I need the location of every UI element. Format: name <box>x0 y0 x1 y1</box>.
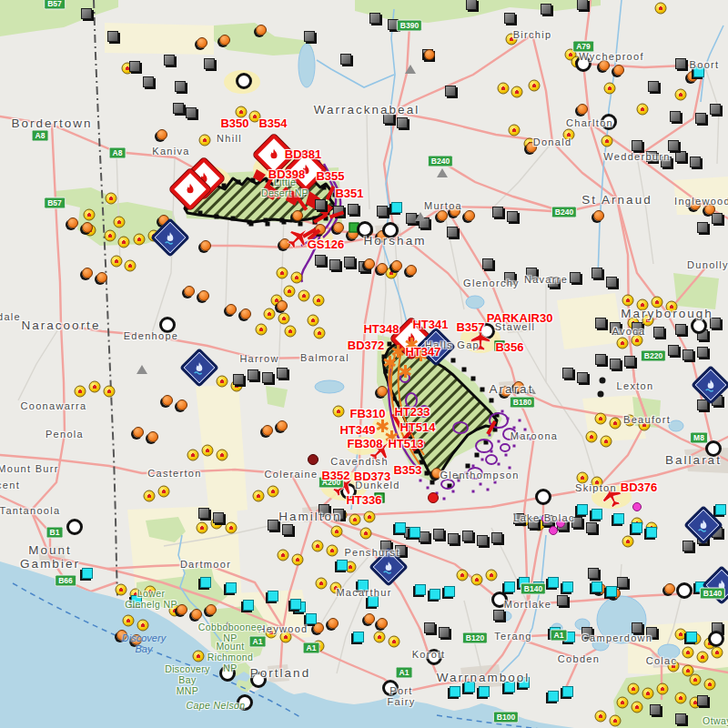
incident-label-BD376[interactable]: BD376 <box>621 480 657 494</box>
road-shield: B120 <box>462 632 488 644</box>
town-label: Cavendish <box>330 456 389 467</box>
road-shield: A1 <box>303 642 320 654</box>
town-label: Glenthompson <box>440 470 519 480</box>
road-shield: B1 <box>46 527 64 539</box>
incident-label-BD373[interactable]: BD373 <box>354 470 390 483</box>
road-shield: B66 <box>55 575 76 587</box>
town-label: Wedderburn <box>603 151 670 162</box>
town-label: Inglewood <box>674 196 728 207</box>
road-shield: B240 <box>428 156 453 167</box>
incident-label-BD381[interactable]: BD381 <box>285 147 321 161</box>
road-shield: A1 <box>249 636 267 648</box>
town-label: Lexton <box>617 380 654 391</box>
town-label: Hamilton <box>278 510 341 523</box>
incident-label-HT347[interactable]: HT347 <box>405 345 440 359</box>
incident-label-B355[interactable]: B355 <box>316 169 344 183</box>
town-label: Murtoa <box>424 200 462 211</box>
town-label: Warracknabeal <box>314 103 420 116</box>
incident-label-HT233[interactable]: HT233 <box>394 405 430 419</box>
town-label: Ballarat <box>665 453 722 467</box>
town-label: cent <box>0 480 20 490</box>
town-label: Dartmoor <box>180 559 231 570</box>
town-label: Macarthur <box>336 587 391 598</box>
town-label: Terang <box>494 631 531 642</box>
town-label: Penshurst <box>344 547 399 558</box>
incident-label-B356[interactable]: B356 <box>495 340 523 354</box>
incident-label-B350[interactable]: B350 <box>220 116 248 130</box>
town-label: Tantanoola <box>0 505 60 516</box>
map-canvas[interactable]: BordertownKanivaNhillWarracknabealBirchi… <box>0 0 728 728</box>
town-label: Glenorchy <box>463 278 520 288</box>
town-label: Balmoral <box>300 352 349 363</box>
town-label: Charlton <box>566 117 613 128</box>
incident-label-B352[interactable]: B352 <box>321 469 349 482</box>
incident-label-FB308[interactable]: FB308 <box>347 437 382 450</box>
road-shield: B180 <box>510 397 535 409</box>
incident-label-HT514[interactable]: HT514 <box>399 420 435 434</box>
town-label: Koroit <box>412 649 446 660</box>
town-label: Horsham <box>364 234 427 248</box>
town-label: Skipton <box>575 482 617 493</box>
park-label: Lower Glenelg NP <box>125 588 177 610</box>
road-shield: B140 <box>700 588 725 600</box>
incident-label-BD398[interactable]: BD398 <box>268 167 305 181</box>
town-label: Coonawarra <box>21 400 87 411</box>
town-label: Ararat <box>490 382 534 396</box>
incident-label-B353[interactable]: B353 <box>393 463 421 477</box>
town-label: Navarre <box>524 274 568 285</box>
town-label: Harrow <box>239 353 278 364</box>
town-label: Boort <box>690 59 720 70</box>
town-label: Edenhope <box>124 330 179 341</box>
road-shield: B240 <box>551 207 577 218</box>
incident-label-B357[interactable]: B357 <box>456 320 484 334</box>
town-label: Mount Gambier <box>20 543 80 571</box>
incident-label-HT336[interactable]: HT336 <box>346 493 381 507</box>
town-label: Nhill <box>217 133 242 144</box>
road-shield: B57 <box>44 197 66 209</box>
town-label: dale <box>0 311 21 322</box>
town-label: Dunolly <box>687 259 728 270</box>
town-label: Avoca <box>612 326 646 337</box>
town-label: St Arnaud <box>581 193 652 207</box>
town-label: Casterton <box>147 468 201 479</box>
incident-label-FB310[interactable]: FB310 <box>349 407 385 420</box>
road-shield: A8 <box>32 130 49 142</box>
town-label: Maroona <box>511 430 559 441</box>
incident-label-B351[interactable]: B351 <box>335 187 363 200</box>
label-layer: BordertownKanivaNhillWarracknabealBirchi… <box>0 0 728 728</box>
town-label: Camperdown <box>581 632 652 643</box>
incident-label-BD372[interactable]: BD372 <box>348 339 384 352</box>
road-shield: B57 <box>44 0 66 10</box>
park-label: Cape Nelson <box>186 700 245 711</box>
road-shield: A1 <box>396 667 413 679</box>
town-label: Beaufort <box>623 414 671 425</box>
incident-label-B354[interactable]: B354 <box>258 116 287 130</box>
road-shield: B140 <box>521 583 546 595</box>
town-label: Kaniva <box>152 146 189 157</box>
town-label: Mortlake <box>504 599 552 610</box>
town-label: Cobden <box>558 653 600 664</box>
town-label: Port Fairy <box>388 685 416 707</box>
incident-label-PARKAIR30[interactable]: PARKAIR30 <box>487 311 553 325</box>
town-label: Bordertown <box>11 116 92 130</box>
incident-label-HT513[interactable]: HT513 <box>388 437 423 450</box>
town-label: Wycheproof <box>579 51 644 62</box>
incident-label-HT341[interactable]: HT341 <box>412 318 448 331</box>
park-label: Otway <box>703 715 728 726</box>
incident-label-HT348[interactable]: HT348 <box>363 322 399 336</box>
town-label: Lake Bolac <box>513 512 574 523</box>
park-label: Mount Richmond NP <box>207 641 253 673</box>
town-label: Warrnambool <box>437 671 531 684</box>
road-shield: A1 <box>551 630 568 642</box>
town-label: Coleraine <box>265 469 318 480</box>
incident-label-HT349[interactable]: HT349 <box>339 423 375 437</box>
road-shield: M8 <box>690 432 708 444</box>
town-label: Penola <box>46 429 84 440</box>
town-label: Naracoorte <box>22 318 101 332</box>
road-shield: B390 <box>397 20 422 32</box>
town-label: Maryborough <box>621 307 713 320</box>
road-shield: B220 <box>641 350 666 362</box>
park-label: Discovery Bay MNP <box>165 663 210 696</box>
incident-label-GS126[interactable]: GS126 <box>308 238 344 251</box>
road-shield: B100 <box>493 712 519 723</box>
